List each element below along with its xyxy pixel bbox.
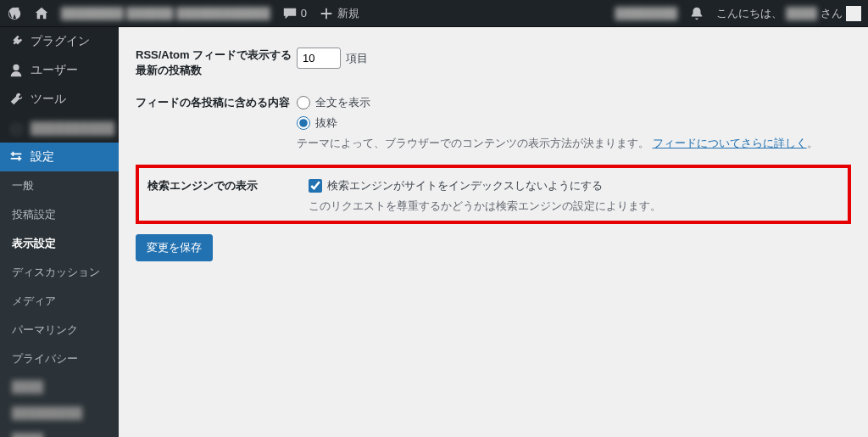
sidebar-item-tools[interactable]: ツール [0, 85, 119, 114]
comment-count-value: 0 [301, 7, 307, 20]
sidebar-sub-general[interactable]: 一般 [0, 171, 119, 200]
user-icon [8, 63, 24, 78]
sidebar-sub-media[interactable]: メディア [0, 287, 119, 316]
new-label: 新規 [337, 6, 359, 21]
main-content: RSS/Atom フィードで表示する最新の投稿数 項目 フィードの各投稿に含める… [119, 27, 868, 437]
greeting-prefix: こんにちは、 [716, 6, 782, 21]
admin-sidebar: プラグイン ユーザー ツール ▢██████████ 設定 一般 投稿設定 表示… [0, 27, 119, 437]
sidebar-item-plugins[interactable]: プラグイン [0, 27, 119, 56]
radio-excerpt[interactable] [297, 116, 310, 130]
sidebar-sub-reading[interactable]: 表示設定 [0, 229, 119, 258]
sidebar-sub-blurred-2[interactable]: █████████ [0, 400, 119, 426]
admin-toolbar: ████████ ██████ ████████████ 0 新規 ██████… [0, 0, 868, 27]
rss-unit: 項目 [346, 51, 368, 66]
sidebar-label: プラグイン [31, 34, 90, 49]
feed-description: テーマによって、ブラウザーでのコンテンツの表示方法が決まります。 フィードについ… [297, 136, 851, 151]
seo-description: このリクエストを尊重するかどうかは検索エンジンの設定によります。 [309, 199, 839, 214]
radio-excerpt-label: 抜粋 [315, 115, 337, 131]
seo-checkbox-label: 検索エンジンがサイトをインデックスしないようにする [327, 178, 603, 193]
notifications-icon[interactable] [689, 6, 704, 21]
sidebar-sub-blurred-3[interactable]: ████ [0, 426, 119, 437]
site-title-blurred[interactable]: ████████ ██████ ████████████ [61, 7, 270, 20]
radio-full-label: 全文を表示 [315, 95, 370, 110]
sidebar-sub-writing[interactable]: 投稿設定 [0, 200, 119, 229]
row-rss-count: RSS/Atom フィードで表示する最新の投稿数 項目 [136, 39, 851, 87]
sliders-icon [8, 149, 24, 165]
new-content[interactable]: 新規 [319, 6, 359, 21]
seo-label: 検索エンジンでの表示 [147, 178, 309, 214]
greeting-suffix: さん [821, 6, 843, 21]
row-search-visibility: 検索エンジンでの表示 検索エンジンがサイトをインデックスしないようにする このリ… [147, 175, 839, 217]
avatar [846, 6, 861, 21]
plug-icon [8, 34, 24, 49]
home-icon[interactable] [34, 6, 49, 21]
comments-count[interactable]: 0 [282, 6, 307, 21]
sidebar-label: 設定 [31, 149, 54, 165]
save-button[interactable]: 変更を保存 [136, 234, 213, 261]
sidebar-item-users[interactable]: ユーザー [0, 56, 119, 85]
wrench-icon [8, 92, 24, 107]
sidebar-sub-discussion[interactable]: ディスカッション [0, 258, 119, 287]
checkbox-discourage-search[interactable] [309, 179, 322, 193]
wp-logo[interactable] [7, 6, 22, 21]
sidebar-sub-permalink[interactable]: パーマリンク [0, 316, 119, 345]
rss-label: RSS/Atom フィードで表示する最新の投稿数 [136, 48, 297, 78]
feed-content-label: フィードの各投稿に含める内容 [136, 95, 297, 151]
rss-count-input[interactable] [297, 48, 341, 69]
sidebar-item-blurred-1[interactable]: ▢██████████ [0, 114, 119, 143]
feed-learn-more-link[interactable]: フィードについてさらに詳しく [653, 137, 807, 149]
blurred-icon: ▢ [8, 120, 24, 136]
sidebar-item-settings[interactable]: 設定 [0, 143, 119, 171]
sidebar-label: ユーザー [31, 63, 78, 78]
toolbar-extra-blurred[interactable]: ████████ [615, 7, 677, 20]
sidebar-label: ツール [31, 92, 66, 107]
username-blurred: ████ [786, 7, 817, 20]
row-feed-content: フィードの各投稿に含める内容 全文を表示 抜粋 テーマによって、ブラウザーでのコ… [136, 87, 851, 160]
howdy[interactable]: こんにちは、 ████ さん [716, 6, 861, 21]
radio-full-text[interactable] [297, 96, 310, 109]
sidebar-sub-blurred-1[interactable]: ████ [0, 373, 119, 400]
sidebar-sub-privacy[interactable]: プライバシー [0, 345, 119, 373]
highlight-box: 検索エンジンでの表示 検索エンジンがサイトをインデックスしないようにする このリ… [136, 165, 851, 224]
